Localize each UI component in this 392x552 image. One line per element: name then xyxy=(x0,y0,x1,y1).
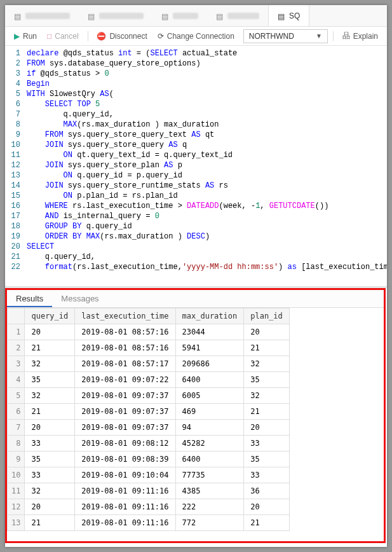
tab-label-blurred xyxy=(99,13,144,19)
table-row[interactable]: 2212019-08-01 08:57:16594121 xyxy=(8,340,290,356)
table-row[interactable]: 9352019-08-01 09:08:39640035 xyxy=(8,452,290,467)
cell[interactable]: 33 xyxy=(244,467,290,483)
cell[interactable]: 21 xyxy=(244,340,290,356)
cell[interactable]: 2019-08-01 09:10:04 xyxy=(75,467,175,483)
cell[interactable]: 32 xyxy=(25,483,75,499)
cell[interactable]: 2019-08-01 09:07:37 xyxy=(75,388,175,404)
cell[interactable]: 33 xyxy=(25,436,75,452)
cell[interactable]: 2019-08-01 09:08:12 xyxy=(75,436,175,452)
sql-file-icon: ▤ xyxy=(278,12,285,20)
cell[interactable]: 6005 xyxy=(175,388,244,404)
cell[interactable]: 94 xyxy=(175,420,244,436)
cell[interactable]: 2019-08-01 09:07:37 xyxy=(75,404,175,420)
cell[interactable]: 2019-08-01 09:07:37 xyxy=(75,420,175,436)
cell[interactable]: 33 xyxy=(25,467,75,483)
editor-tab[interactable]: ▤ xyxy=(152,5,207,26)
database-selector[interactable]: NORTHWND ▼ xyxy=(243,29,328,43)
editor-tab[interactable]: ▤ xyxy=(207,5,268,26)
code-area[interactable]: declare @qds_status int = (SELECT actual… xyxy=(27,48,387,284)
cell[interactable]: 21 xyxy=(244,404,290,420)
explain-label: Explain xyxy=(353,32,378,41)
explain-button[interactable]: 品 Explain xyxy=(339,29,382,43)
sql-editor[interactable]: 12345678910111213141516171819202122 decl… xyxy=(5,46,387,286)
table-row[interactable]: 13212019-08-01 09:11:1677221 xyxy=(8,515,290,531)
cell[interactable]: 2019-08-01 09:11:16 xyxy=(75,515,175,531)
cell[interactable]: 2019-08-01 09:11:16 xyxy=(75,499,175,515)
cell[interactable]: 21 xyxy=(25,515,75,531)
cell[interactable]: 20 xyxy=(25,420,75,436)
cell[interactable]: 20 xyxy=(244,324,290,340)
table-row[interactable]: 10332019-08-01 09:10:047773533 xyxy=(8,467,290,483)
cell[interactable]: 209686 xyxy=(175,356,244,372)
table-row[interactable]: 8332019-08-01 09:08:124528233 xyxy=(8,436,290,452)
disconnect-button[interactable]: ⛔ Disconnect xyxy=(93,30,151,43)
disconnect-icon: ⛔ xyxy=(97,32,106,41)
results-table: query_idlast_execution_timemax_durationp… xyxy=(7,308,290,531)
cell[interactable]: 32 xyxy=(244,356,290,372)
row-number-cell: 4 xyxy=(8,372,25,388)
tab-label-blurred xyxy=(25,13,70,19)
row-number-cell: 12 xyxy=(8,499,25,515)
cell[interactable]: 21 xyxy=(25,404,75,420)
cell[interactable]: 21 xyxy=(244,515,290,531)
table-row[interactable]: 12202019-08-01 09:11:1622220 xyxy=(8,499,290,515)
cell[interactable]: 32 xyxy=(25,356,75,372)
editor-tab[interactable]: ▤ xyxy=(79,5,152,26)
cell[interactable]: 20 xyxy=(25,499,75,515)
run-button[interactable]: ▶ Run xyxy=(10,30,41,43)
cell[interactable]: 20 xyxy=(25,324,75,340)
table-row[interactable]: 3322019-08-01 08:57:1720968632 xyxy=(8,356,290,372)
cell[interactable]: 36 xyxy=(244,483,290,499)
table-row[interactable]: 1202019-08-01 08:57:162304420 xyxy=(8,324,290,340)
cell[interactable]: 77735 xyxy=(175,467,244,483)
cell[interactable]: 772 xyxy=(175,515,244,531)
cell[interactable]: 35 xyxy=(244,452,290,467)
cell[interactable]: 2019-08-01 09:11:16 xyxy=(75,483,175,499)
row-number-cell: 8 xyxy=(8,436,25,452)
cell[interactable]: 45282 xyxy=(175,436,244,452)
cell[interactable]: 2019-08-01 09:07:22 xyxy=(75,372,175,388)
cell[interactable]: 35 xyxy=(25,372,75,388)
editor-tab-active[interactable]: ▤ SQ xyxy=(268,5,309,26)
cell[interactable]: 23044 xyxy=(175,324,244,340)
cell[interactable]: 20 xyxy=(244,420,290,436)
file-icon: ▤ xyxy=(88,12,95,20)
table-row[interactable]: 5322019-08-01 09:07:37600532 xyxy=(8,388,290,404)
column-header[interactable]: plan_id xyxy=(244,308,290,324)
table-row[interactable]: 11322019-08-01 09:11:16438536 xyxy=(8,483,290,499)
results-grid[interactable]: query_idlast_execution_timemax_durationp… xyxy=(7,308,384,541)
table-row[interactable]: 7202019-08-01 09:07:379420 xyxy=(8,420,290,436)
row-number-cell: 11 xyxy=(8,483,25,499)
cell[interactable]: 2019-08-01 08:57:16 xyxy=(75,340,175,356)
file-icon: ▤ xyxy=(14,12,22,20)
cell[interactable]: 33 xyxy=(244,436,290,452)
table-row[interactable]: 6212019-08-01 09:07:3746921 xyxy=(8,404,290,420)
change-connection-button[interactable]: ⟳ Change Connection xyxy=(154,30,238,43)
file-icon: ▤ xyxy=(216,12,224,20)
editor-tab[interactable]: ▤ xyxy=(5,5,79,26)
cell[interactable]: 32 xyxy=(25,388,75,404)
cell[interactable]: 2019-08-01 08:57:16 xyxy=(75,324,175,340)
cell[interactable]: 5941 xyxy=(175,340,244,356)
cell[interactable]: 6400 xyxy=(175,452,244,467)
cell[interactable]: 32 xyxy=(244,388,290,404)
results-tab-strip: Results Messages xyxy=(7,290,384,308)
column-header[interactable]: max_duration xyxy=(175,308,244,324)
cell[interactable]: 4385 xyxy=(175,483,244,499)
cell[interactable]: 21 xyxy=(25,340,75,356)
cell[interactable]: 6400 xyxy=(175,372,244,388)
column-header[interactable]: last_execution_time xyxy=(75,308,175,324)
column-header[interactable]: query_id xyxy=(25,308,75,324)
tab-messages[interactable]: Messages xyxy=(52,290,107,307)
cell[interactable]: 35 xyxy=(25,452,75,467)
cell[interactable]: 222 xyxy=(175,499,244,515)
file-icon: ▤ xyxy=(161,12,169,20)
tab-results[interactable]: Results xyxy=(7,290,52,307)
table-row[interactable]: 4352019-08-01 09:07:22640035 xyxy=(8,372,290,388)
cell[interactable]: 2019-08-01 09:08:39 xyxy=(75,452,175,467)
cell[interactable]: 2019-08-01 08:57:17 xyxy=(75,356,175,372)
cell[interactable]: 20 xyxy=(244,499,290,515)
toolbar-separator xyxy=(88,31,88,41)
cell[interactable]: 469 xyxy=(175,404,244,420)
cell[interactable]: 35 xyxy=(244,372,290,388)
